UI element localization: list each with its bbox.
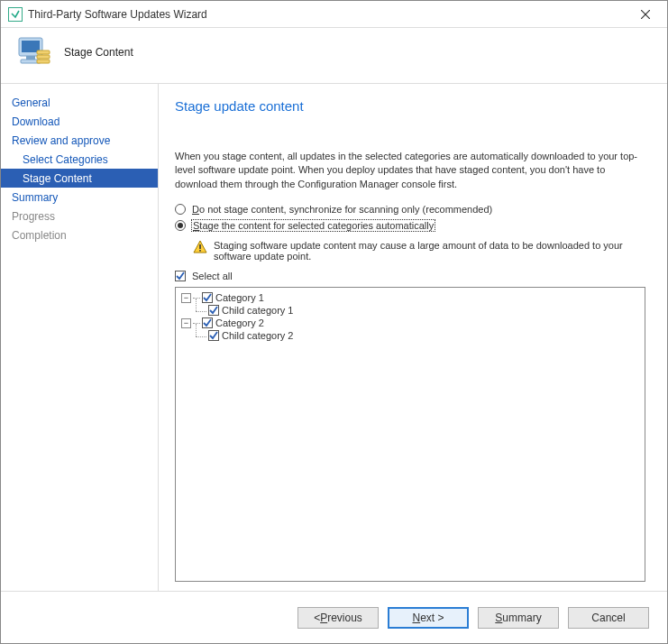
titlebar: Third-Party Software Updates Wizard [1, 1, 667, 28]
svg-rect-4 [26, 56, 35, 60]
sidebar: General Download Review and approve Sele… [1, 84, 159, 591]
category-tree[interactable]: − Category 1 Child category 1 − Category… [175, 287, 645, 582]
page-description: When you stage content, all updates in t… [175, 150, 645, 191]
tree-checkbox[interactable] [202, 317, 213, 328]
header-area: Stage Content [1, 28, 667, 84]
close-button[interactable] [627, 2, 663, 27]
select-all-checkbox[interactable] [175, 271, 186, 281]
page-heading: Stage update content [175, 98, 645, 114]
warning-icon [193, 240, 207, 254]
radio-label: Stage the content for selected categorie… [192, 220, 435, 231]
nav-item-select-categories[interactable]: Select Categories [1, 150, 158, 169]
tree-checkbox[interactable] [208, 330, 219, 341]
svg-rect-8 [37, 60, 50, 63]
next-button[interactable]: Next > [388, 607, 469, 629]
nav-item-progress: Progress [1, 207, 158, 225]
expando-icon[interactable]: − [181, 293, 191, 303]
tree-label: Category 1 [215, 292, 264, 303]
svg-rect-10 [199, 244, 201, 249]
radio-stage-auto[interactable]: Stage the content for selected categorie… [175, 220, 645, 231]
header-subtitle: Stage Content [64, 46, 133, 59]
previous-button[interactable]: < Previous [297, 607, 379, 629]
wizard-window: Third-Party Software Updates Wizard Stag… [0, 0, 668, 644]
wizard-footer: < Previous Next > Summary Cancel [1, 591, 667, 643]
radio-label: Do not stage content, synchronize for sc… [192, 204, 492, 215]
radio-icon [175, 220, 186, 231]
nav-item-stage-content[interactable]: Stage Content [1, 169, 158, 188]
wizard-body: General Download Review and approve Sele… [1, 84, 667, 591]
close-icon [641, 10, 650, 19]
svg-rect-6 [37, 51, 50, 54]
tree-node-category-2[interactable]: − Category 2 [181, 317, 643, 329]
tree-checkbox[interactable] [208, 305, 219, 316]
nav-item-summary[interactable]: Summary [1, 188, 158, 207]
radio-do-not-stage[interactable]: Do not stage content, synchronize for sc… [175, 204, 645, 215]
window-icon [8, 7, 23, 22]
warning-text: Staging software update content may caus… [214, 240, 645, 262]
tree-checkbox[interactable] [202, 292, 213, 303]
nav-item-completion: Completion [1, 225, 158, 244]
tree-node-child-1[interactable]: Child category 1 [208, 304, 643, 317]
tree-node-child-2[interactable]: Child category 2 [208, 329, 643, 342]
svg-rect-7 [37, 55, 50, 59]
tree-label: Category 2 [215, 317, 264, 328]
computer-icon [14, 32, 53, 72]
select-all-label: Select all [192, 271, 233, 281]
expando-icon[interactable]: − [181, 318, 191, 328]
cancel-button[interactable]: Cancel [568, 607, 649, 629]
nav-item-general[interactable]: General [1, 93, 158, 112]
content-pane: Stage update content When you stage cont… [159, 84, 667, 591]
select-all-row[interactable]: Select all [175, 271, 645, 281]
tree-node-category-1[interactable]: − Category 1 [181, 291, 643, 304]
summary-button[interactable]: Summary [478, 607, 559, 629]
nav-item-review[interactable]: Review and approve [1, 131, 158, 150]
tree-label: Child category 1 [222, 305, 294, 316]
tree-label: Child category 2 [222, 330, 294, 341]
svg-rect-11 [199, 250, 201, 252]
window-title: Third-Party Software Updates Wizard [28, 8, 627, 21]
warning-row: Staging software update content may caus… [193, 240, 645, 262]
radio-icon [175, 204, 186, 215]
nav-item-download[interactable]: Download [1, 112, 158, 131]
